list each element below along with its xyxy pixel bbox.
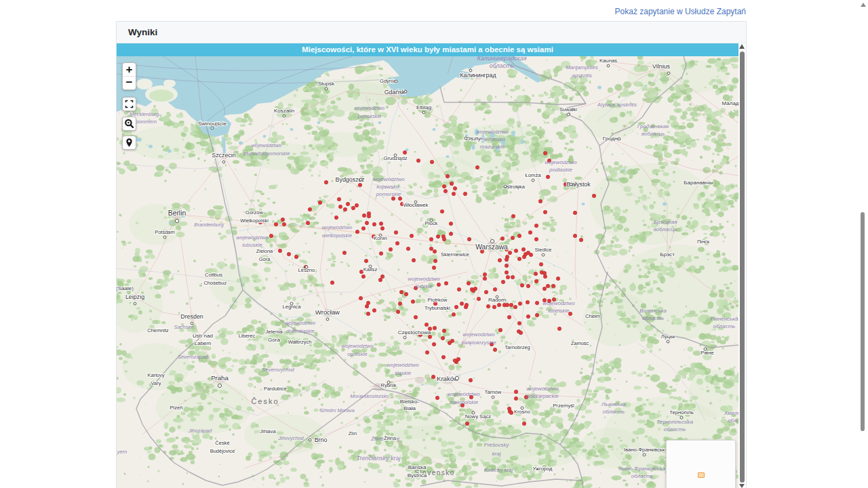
svg-text:Zielona: Zielona <box>256 248 273 254</box>
svg-text:Ústí nad: Ústí nad <box>193 333 213 339</box>
svg-text:Trenčiansky kraj: Trenčiansky kraj <box>357 455 401 462</box>
svg-text:Olsztyn: Olsztyn <box>466 136 484 142</box>
svg-text:Львівська: Львівська <box>601 401 627 407</box>
svg-text:обла: обла <box>728 418 738 424</box>
svg-text:Pardubice: Pardubice <box>264 386 287 392</box>
svg-text:pomorskie: pomorskie <box>376 191 401 197</box>
svg-text:Івано-Франківська: Івано-Франківська <box>619 466 665 472</box>
svg-text:Chemnitz: Chemnitz <box>147 327 169 333</box>
svg-text:Koszalin: Koszalin <box>274 108 294 114</box>
svg-text:Banská: Banská <box>408 464 427 470</box>
svg-text:Karlovy: Karlovy <box>147 372 164 378</box>
svg-text:Labem: Labem <box>195 340 212 346</box>
svg-text:Biała: Biała <box>403 405 416 411</box>
svg-text:Piotrków: Piotrków <box>428 297 448 303</box>
svg-text:opolskie: opolskie <box>347 351 368 357</box>
svg-text:lubuskie: lubuskie <box>242 242 262 248</box>
svg-text:województwo: województwo <box>526 386 559 392</box>
svg-text:Волинська: Волинська <box>639 308 667 314</box>
svg-text:Střední Morava: Střední Morava <box>319 407 354 413</box>
svg-text:Przemyśl: Przemyśl <box>553 403 574 409</box>
svg-text:Івано-Франківськ: Івано-Франківськ <box>624 447 665 453</box>
svg-text:Severovýchod: Severovýchod <box>262 367 294 373</box>
svg-text:Brandenburg: Brandenburg <box>194 222 224 228</box>
svg-text:Kaunas: Kaunas <box>599 58 617 64</box>
svg-text:Vary: Vary <box>151 380 161 386</box>
svg-text:Liberec: Liberec <box>239 333 256 339</box>
svg-text:Рівне: Рівне <box>701 350 713 356</box>
svg-text:świętokrzyskie: świętokrzyskie <box>461 340 496 346</box>
svg-text:województwo: województwo <box>236 235 269 241</box>
svg-text:Гродзенская: Гродзенская <box>637 123 669 129</box>
svg-text:Praha: Praha <box>211 374 229 382</box>
svg-text:małopolskie: małopolskie <box>450 399 479 405</box>
svg-text:Budějovice: Budějovice <box>210 448 235 454</box>
svg-text:Тернопільська: Тернопільська <box>656 419 693 425</box>
svg-text:Gdynia: Gdynia <box>380 78 397 84</box>
svg-text:województwo: województwo <box>542 300 575 306</box>
svg-text:Jihozápad: Jihozápad <box>188 428 212 434</box>
svg-text:wielkopolskie: wielkopolskie <box>322 232 352 239</box>
svg-text:województwo: województwo <box>462 331 495 338</box>
svg-text:yern: yern <box>117 449 127 455</box>
svg-text:область: область <box>603 409 625 415</box>
svg-text:Marijampolės: Marijampolės <box>566 64 598 70</box>
svg-text:Skierniewice: Skierniewice <box>441 251 469 258</box>
svg-text:województwo: województwo <box>252 142 282 148</box>
svg-text:Тернопіль: Тернопіль <box>669 409 694 415</box>
svg-text:Plzeň: Plzeň <box>170 405 182 411</box>
svg-text:Prešovský: Prešovský <box>484 442 510 448</box>
svg-text:województwo: województwo <box>545 159 577 165</box>
svg-text:- Chóśebuz: - Chóśebuz <box>201 280 227 286</box>
svg-text:область: область <box>664 426 686 432</box>
svg-text:kraj: kraj <box>492 451 501 457</box>
svg-text:Sachsen: Sachsen <box>174 324 193 330</box>
svg-text:Пінск: Пінск <box>697 239 710 245</box>
svg-text:Хмельн: Хмельн <box>724 410 738 416</box>
svg-text:Suwałki: Suwałki <box>559 106 577 113</box>
svg-text:Łomża: Łomża <box>525 172 541 178</box>
svg-text:Leipzig: Leipzig <box>125 293 144 300</box>
svg-text:область: область <box>642 315 665 321</box>
svg-text:Severozápad: Severozápad <box>178 354 208 360</box>
svg-text:České: České <box>215 440 229 446</box>
svg-text:Góra: Góra <box>259 256 271 262</box>
svg-text:Siedlce: Siedlce <box>534 247 551 253</box>
svg-text:apskritis: apskritis <box>572 73 591 79</box>
svg-text:podlaskie: podlaskie <box>549 167 572 173</box>
svg-text:Žilina: Žilina <box>384 435 397 441</box>
svg-text:Луцьк: Луцьк <box>661 333 675 340</box>
svg-text:Košický kraj: Košický kraj <box>484 467 513 473</box>
svg-text:вобласць: вобласць <box>654 226 677 232</box>
svg-text:Ужгород: Ужгород <box>533 466 553 472</box>
svg-text:województwo: województwo <box>408 276 440 282</box>
svg-text:Alytaus apskritis: Alytaus apskritis <box>597 102 637 108</box>
svg-text:Warszawa: Warszawa <box>475 243 508 251</box>
svg-text:(Saale): (Saale) <box>117 285 134 291</box>
svg-text:łódzkie: łódzkie <box>416 283 433 289</box>
svg-text:Chełm: Chełm <box>585 313 600 319</box>
svg-text:Gdańsk: Gdańsk <box>384 89 406 96</box>
svg-text:Jihovýchod: Jihovýchod <box>277 435 304 441</box>
svg-text:Česko: Česko <box>251 397 279 405</box>
svg-text:Szczecin: Szczecin <box>212 152 236 159</box>
svg-text:Góra: Góra <box>268 337 280 343</box>
svg-text:lubelskie: lubelskie <box>548 308 570 314</box>
svg-text:Moravskoslezsko: Moravskoslezsko <box>350 393 389 399</box>
svg-text:Баранавічы: Баранавічы <box>684 180 713 186</box>
svg-text:województwo: województwo <box>322 224 353 230</box>
svg-text:Калининградская: Калининградская <box>477 56 526 62</box>
svg-text:Słupsk: Słupsk <box>318 81 335 87</box>
svg-text:województwo: województwo <box>355 105 385 111</box>
svg-text:Tarnów: Tarnów <box>485 389 502 395</box>
svg-text:Potsdam: Potsdam <box>155 229 175 235</box>
svg-text:Gorzów: Gorzów <box>245 209 263 216</box>
svg-text:Bystrica: Bystrica <box>408 472 427 479</box>
svg-text:województwo: województwo <box>372 176 405 182</box>
svg-text:область: область <box>713 323 736 329</box>
svg-text:Wałbrzych: Wałbrzych <box>288 339 312 345</box>
svg-text:Zamość: Zamość <box>571 340 589 346</box>
svg-text:województwo: województwo <box>476 129 509 135</box>
svg-text:Брэст: Брэст <box>660 251 675 258</box>
svg-text:Bielsko-: Bielsko- <box>400 399 420 405</box>
